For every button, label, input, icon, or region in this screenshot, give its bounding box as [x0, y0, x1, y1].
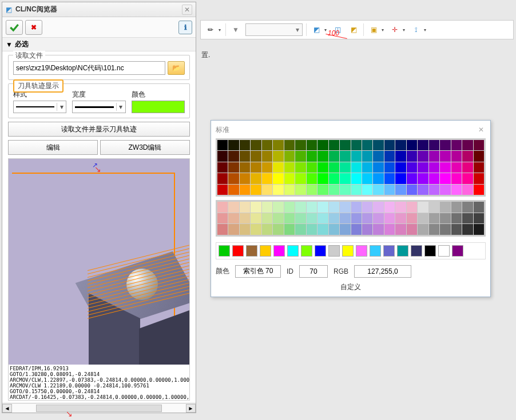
- color-swatch[interactable]: [384, 162, 395, 173]
- color-swatch[interactable]: [240, 173, 250, 183]
- color-swatch[interactable]: [474, 213, 484, 223]
- color-swatch[interactable]: [251, 202, 261, 212]
- section-header-required[interactable]: ▼ 必选: [2, 38, 196, 51]
- color-swatch[interactable]: [240, 185, 250, 195]
- color-swatch[interactable]: [395, 173, 406, 183]
- color-swatch[interactable]: [451, 151, 462, 161]
- color-swatch[interactable]: [362, 151, 372, 161]
- color-swatch[interactable]: [228, 140, 239, 150]
- color-swatch[interactable]: [362, 213, 372, 223]
- read-and-show-button[interactable]: 读取文件并显示刀具轨迹: [8, 122, 190, 137]
- color-swatch[interactable]: [317, 213, 328, 223]
- color-swatch[interactable]: [262, 202, 272, 212]
- color-swatch[interactable]: [373, 162, 383, 173]
- color-swatch[interactable]: [295, 173, 305, 183]
- color-swatch[interactable]: [240, 151, 250, 161]
- color-swatch[interactable]: [295, 140, 305, 150]
- color-swatch[interactable]: [240, 213, 250, 223]
- crosshair-icon[interactable]: ✛: [388, 23, 401, 36]
- color-swatch[interactable]: [295, 213, 305, 223]
- filter-combo[interactable]: ▾: [245, 23, 303, 36]
- recent-swatch[interactable]: [342, 245, 354, 257]
- index-color-input[interactable]: [235, 265, 281, 278]
- style-select[interactable]: ▾: [13, 101, 66, 113]
- color-swatch[interactable]: [384, 224, 395, 234]
- recent-swatch[interactable]: [370, 245, 381, 257]
- horizontal-scrollbar[interactable]: ◄ ►: [2, 403, 196, 413]
- color-swatch[interactable]: [228, 213, 239, 223]
- color-swatch[interactable]: [373, 213, 383, 223]
- color-swatch[interactable]: [440, 140, 450, 150]
- color-swatch[interactable]: [307, 185, 317, 195]
- color-swatch[interactable]: [407, 162, 417, 173]
- color-swatch[interactable]: [251, 173, 261, 183]
- color-swatch[interactable]: [362, 224, 372, 234]
- color-swatch[interactable]: [362, 202, 372, 212]
- color-swatch-button[interactable]: [132, 101, 185, 113]
- color-swatch[interactable]: [384, 140, 395, 150]
- color-swatch[interactable]: [307, 162, 317, 173]
- color-swatch[interactable]: [329, 213, 339, 223]
- color-swatch[interactable]: [284, 162, 295, 173]
- recent-swatch[interactable]: [273, 245, 285, 257]
- color-swatch[interactable]: [217, 202, 228, 212]
- recent-swatch[interactable]: [424, 245, 436, 257]
- color-swatch[interactable]: [251, 185, 261, 195]
- color-swatch[interactable]: [329, 162, 339, 173]
- color-swatch[interactable]: [440, 213, 450, 223]
- preview-canvas[interactable]: ↘↗: [9, 159, 189, 365]
- color-swatch[interactable]: [451, 173, 462, 183]
- scroll-left-icon[interactable]: ◄: [2, 404, 12, 413]
- colorpicker-close-icon[interactable]: ✕: [477, 126, 486, 135]
- color-swatch[interactable]: [362, 140, 372, 150]
- color-swatch[interactable]: [373, 151, 383, 161]
- color-swatch[interactable]: [418, 185, 428, 195]
- color-swatch[interactable]: [384, 202, 395, 212]
- color-swatch[interactable]: [474, 151, 484, 161]
- color-swatch[interactable]: [295, 224, 305, 234]
- color-swatch[interactable]: [395, 140, 406, 150]
- width-select[interactable]: ▾: [72, 101, 125, 113]
- eraser-icon[interactable]: ✏: [204, 23, 217, 36]
- color-swatch[interactable]: [451, 162, 462, 173]
- browse-button[interactable]: 📂: [168, 61, 185, 75]
- color-swatch[interactable]: [418, 151, 428, 161]
- color-swatch[interactable]: [217, 151, 228, 161]
- color-swatch[interactable]: [262, 162, 272, 173]
- gold-cube-icon[interactable]: ◩: [347, 23, 360, 36]
- color-swatch[interactable]: [395, 213, 406, 223]
- color-swatch[interactable]: [251, 224, 261, 234]
- color-swatch[interactable]: [362, 162, 372, 173]
- target-box-icon[interactable]: ▣: [367, 23, 380, 36]
- color-swatch[interactable]: [384, 151, 395, 161]
- color-swatch[interactable]: [217, 185, 228, 195]
- color-swatch[interactable]: [429, 202, 439, 212]
- color-swatch[interactable]: [307, 224, 317, 234]
- recent-swatch[interactable]: [232, 245, 244, 257]
- color-swatch[interactable]: [395, 151, 406, 161]
- color-swatch[interactable]: [462, 140, 473, 150]
- color-swatch[interactable]: [351, 151, 362, 161]
- color-swatch[interactable]: [429, 185, 439, 195]
- color-swatch[interactable]: [474, 224, 484, 234]
- color-swatch[interactable]: [295, 151, 305, 161]
- color-swatch[interactable]: [407, 213, 417, 223]
- color-swatch[interactable]: [317, 202, 328, 212]
- color-swatch[interactable]: [217, 162, 228, 173]
- recent-swatch[interactable]: [260, 245, 271, 257]
- color-swatch[interactable]: [307, 213, 317, 223]
- color-swatch[interactable]: [340, 151, 350, 161]
- color-swatch[interactable]: [462, 151, 473, 161]
- color-swatch[interactable]: [462, 224, 473, 234]
- recent-swatch[interactable]: [328, 245, 340, 257]
- recent-swatch[interactable]: [301, 245, 312, 257]
- color-swatch[interactable]: [340, 140, 350, 150]
- color-swatch[interactable]: [228, 173, 239, 183]
- color-swatch[interactable]: [217, 140, 228, 150]
- color-swatch[interactable]: [262, 185, 272, 195]
- color-swatch[interactable]: [228, 202, 239, 212]
- recent-swatch[interactable]: [246, 245, 257, 257]
- color-swatch[interactable]: [407, 151, 417, 161]
- color-swatch[interactable]: [440, 162, 450, 173]
- color-swatch[interactable]: [317, 162, 328, 173]
